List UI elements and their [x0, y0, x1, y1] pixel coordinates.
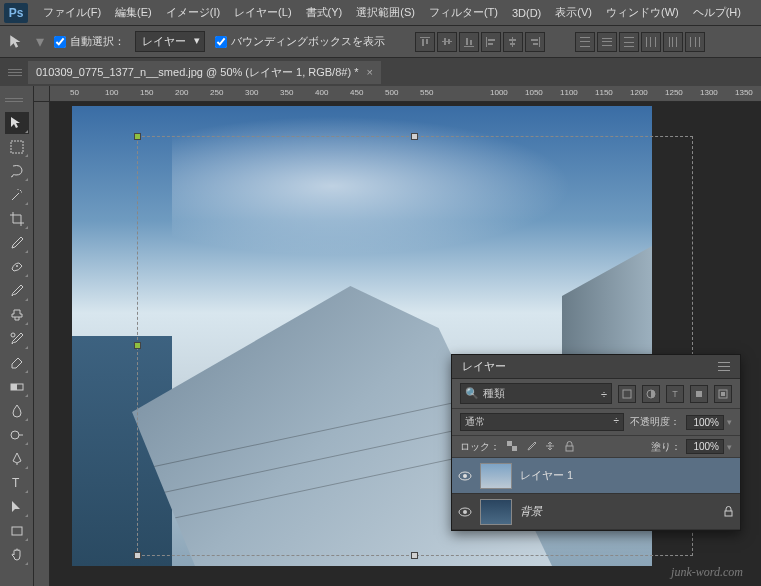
svg-rect-11: [488, 43, 493, 45]
opacity-input[interactable]: 100%: [686, 415, 724, 430]
transform-handle-bl[interactable]: [134, 552, 141, 559]
opacity-flyout-icon[interactable]: ▾: [727, 417, 732, 427]
distribute-top-icon[interactable]: [575, 32, 595, 52]
move-tool[interactable]: [5, 112, 29, 134]
move-tool-icon: [8, 33, 26, 51]
eyedropper-tool[interactable]: [5, 232, 29, 254]
layer-name[interactable]: レイヤー 1: [520, 468, 734, 483]
eraser-tool[interactable]: [5, 352, 29, 374]
filter-pixel-icon[interactable]: [618, 385, 636, 403]
lock-all-icon[interactable]: [562, 440, 576, 454]
distribute-vcenter-icon[interactable]: [597, 32, 617, 52]
gradient-tool[interactable]: [5, 376, 29, 398]
align-top-icon[interactable]: [415, 32, 435, 52]
search-icon: 🔍: [465, 387, 479, 400]
svg-rect-26: [624, 46, 634, 47]
distribute-left-icon[interactable]: [641, 32, 661, 52]
lock-pixels-icon[interactable]: [524, 440, 538, 454]
svg-rect-42: [12, 527, 22, 535]
menu-select[interactable]: 選択範囲(S): [349, 5, 422, 20]
history-brush-tool[interactable]: [5, 328, 29, 350]
dodge-tool[interactable]: [5, 424, 29, 446]
pen-tool[interactable]: [5, 448, 29, 470]
fill-flyout-icon[interactable]: ▾: [727, 442, 732, 452]
auto-select-input[interactable]: [54, 36, 66, 48]
svg-rect-31: [672, 37, 673, 47]
filter-shape-icon[interactable]: [690, 385, 708, 403]
filter-smart-icon[interactable]: [714, 385, 732, 403]
marquee-tool[interactable]: [5, 136, 29, 158]
path-selection-tool[interactable]: [5, 496, 29, 518]
layer-visibility-icon[interactable]: [458, 467, 472, 485]
align-group-1: [415, 32, 545, 52]
menu-view[interactable]: 表示(V): [548, 5, 599, 20]
svg-rect-10: [488, 39, 495, 41]
magic-wand-tool[interactable]: [5, 184, 29, 206]
layer-name[interactable]: 背景: [520, 504, 715, 519]
blend-mode-dropdown[interactable]: 通常 ÷: [460, 413, 624, 431]
align-vcenter-icon[interactable]: [437, 32, 457, 52]
distribute-hcenter-icon[interactable]: [663, 32, 683, 52]
layers-panel[interactable]: レイヤー 🔍 種類 ÷ T 通常 ÷ 不透明度： 100% ▾ ロック： 塗り：…: [451, 354, 741, 531]
close-tab-icon[interactable]: ×: [366, 66, 372, 78]
layer-visibility-icon[interactable]: [458, 503, 472, 521]
type-tool[interactable]: T: [5, 472, 29, 494]
brush-tool[interactable]: [5, 280, 29, 302]
align-left-icon[interactable]: [481, 32, 501, 52]
lock-label: ロック：: [460, 440, 500, 454]
fill-input[interactable]: 100%: [686, 439, 724, 454]
toolbox-grip-icon[interactable]: [5, 90, 23, 110]
lock-transparency-icon[interactable]: [505, 440, 519, 454]
auto-select-target-dropdown[interactable]: レイヤー: [135, 31, 205, 52]
menu-window[interactable]: ウィンドウ(W): [599, 5, 686, 20]
crop-tool[interactable]: [5, 208, 29, 230]
layers-panel-tab[interactable]: レイヤー: [452, 355, 740, 379]
menu-3d[interactable]: 3D(D): [505, 7, 548, 19]
layer-thumbnail[interactable]: [480, 463, 512, 489]
layer-thumbnail[interactable]: [480, 499, 512, 525]
menu-file[interactable]: ファイル(F): [36, 5, 108, 20]
layers-panel-title: レイヤー: [462, 359, 506, 374]
opacity-label: 不透明度：: [630, 415, 680, 429]
svg-rect-14: [510, 43, 515, 45]
menu-edit[interactable]: 編集(E): [108, 5, 159, 20]
align-right-icon[interactable]: [525, 32, 545, 52]
layer-lock-icon[interactable]: [723, 503, 734, 521]
menu-type[interactable]: 書式(Y): [299, 5, 350, 20]
transform-handle-tm[interactable]: [411, 133, 418, 140]
document-tab[interactable]: 010309_0775_1377_n__smed.jpg @ 50% (レイヤー…: [28, 61, 381, 84]
show-bbox-checkbox[interactable]: バウンディングボックスを表示: [215, 34, 385, 49]
blur-tool[interactable]: [5, 400, 29, 422]
lock-position-icon[interactable]: [543, 440, 557, 454]
lasso-tool[interactable]: [5, 160, 29, 182]
layer-item[interactable]: 背景: [452, 494, 740, 530]
tab-grip-icon[interactable]: [8, 62, 22, 82]
show-bbox-input[interactable]: [215, 36, 227, 48]
clone-stamp-tool[interactable]: [5, 304, 29, 326]
filter-type-icon[interactable]: T: [666, 385, 684, 403]
auto-select-checkbox[interactable]: 自動選択：: [54, 34, 125, 49]
ruler-horizontal[interactable]: 50 100 150 200 250 300 350 400 450 500 5…: [50, 86, 761, 102]
transform-handle-bm[interactable]: [411, 552, 418, 559]
menu-filter[interactable]: フィルター(T): [422, 5, 505, 20]
menu-image[interactable]: イメージ(I): [159, 5, 227, 20]
transform-handle-ml[interactable]: [134, 342, 141, 349]
layer-filter-kind-dropdown[interactable]: 🔍 種類 ÷: [460, 383, 612, 404]
hand-tool[interactable]: [5, 544, 29, 566]
svg-rect-9: [486, 37, 487, 47]
layer-item[interactable]: レイヤー 1: [452, 458, 740, 494]
ruler-vertical[interactable]: [34, 102, 50, 586]
distribute-bottom-icon[interactable]: [619, 32, 639, 52]
filter-adjustment-icon[interactable]: [642, 385, 660, 403]
transform-handle-tl[interactable]: [134, 133, 141, 140]
menu-help[interactable]: ヘルプ(H): [686, 5, 748, 20]
distribute-right-icon[interactable]: [685, 32, 705, 52]
rectangle-tool[interactable]: [5, 520, 29, 542]
ruler-origin[interactable]: [34, 86, 50, 102]
panel-menu-icon[interactable]: [718, 362, 730, 371]
fill-label: 塗り：: [651, 440, 681, 454]
align-hcenter-icon[interactable]: [503, 32, 523, 52]
align-bottom-icon[interactable]: [459, 32, 479, 52]
menu-layer[interactable]: レイヤー(L): [227, 5, 298, 20]
healing-brush-tool[interactable]: [5, 256, 29, 278]
